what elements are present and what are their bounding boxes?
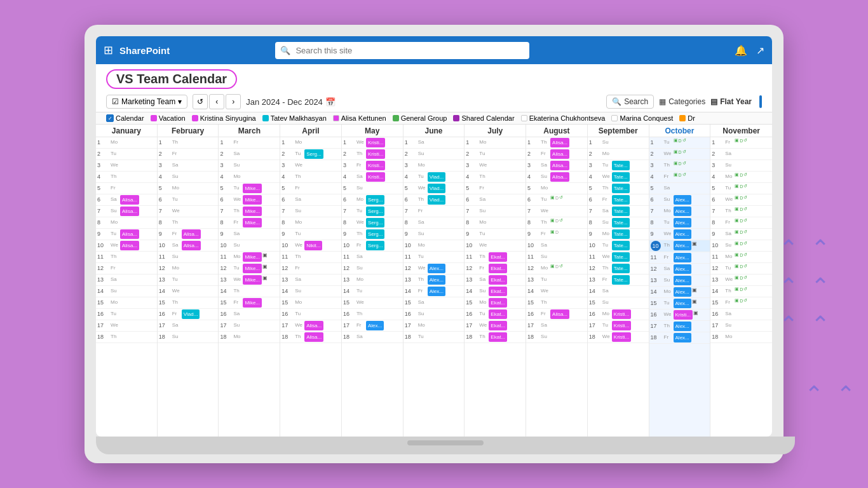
- event-chip[interactable]: Alisa...: [120, 207, 139, 216]
- event-chip[interactable]: Nikit...: [304, 241, 322, 250]
- event-chip[interactable]: Tate...: [612, 229, 630, 239]
- event-chip[interactable]: Tate...: [612, 264, 630, 273]
- event-chip[interactable]: Serg...: [304, 149, 323, 159]
- event-chip[interactable]: Tate...: [612, 172, 630, 182]
- event-chip[interactable]: Alisa...: [182, 229, 201, 239]
- event-chip[interactable]: Serg...: [366, 229, 385, 239]
- event-chip[interactable]: Alex...: [674, 195, 691, 205]
- event-chip[interactable]: Vlad...: [428, 195, 446, 205]
- month-days-jul: 1Mo 2Tu 3We 4Th 5Fr 6Sa 7Su 8Mo 9Tu 10We…: [465, 137, 526, 437]
- event-chip[interactable]: Kristi...: [612, 321, 631, 330]
- event-chip[interactable]: Alex...: [674, 322, 691, 331]
- event-chip[interactable]: Alex...: [674, 287, 691, 297]
- month-header-oct: October: [649, 125, 710, 137]
- event-chip[interactable]: Alisa...: [304, 321, 323, 330]
- categories-button[interactable]: ▦ Categories: [659, 97, 705, 106]
- event-chip[interactable]: Vlad...: [182, 309, 200, 319]
- day-row: 6SuAlex...: [649, 194, 710, 206]
- day-row: 4SuAlisa...: [526, 172, 587, 183]
- event-chip[interactable]: Mike...: [243, 252, 262, 262]
- event-chip[interactable]: Mike...: [243, 195, 262, 205]
- event-chip[interactable]: Kristi...: [366, 138, 385, 147]
- event-chip[interactable]: Alex...: [428, 287, 445, 296]
- event-chip[interactable]: Tate...: [612, 275, 630, 285]
- event-chip[interactable]: Kristi...: [366, 161, 385, 170]
- event-chip[interactable]: Vlad...: [428, 184, 446, 193]
- month-header-apr: April: [280, 125, 341, 137]
- event-chip[interactable]: Tate...: [612, 241, 630, 250]
- event-chip[interactable]: Mike...: [243, 184, 262, 193]
- event-chip[interactable]: Alisa...: [550, 161, 569, 170]
- cal-search-box[interactable]: 🔍 Search: [606, 95, 654, 109]
- search-input[interactable]: [275, 42, 529, 59]
- event-chip[interactable]: Tate...: [612, 252, 630, 262]
- event-chip[interactable]: Mike...: [243, 275, 262, 285]
- event-chip[interactable]: Serg...: [366, 241, 385, 250]
- event-chip[interactable]: Alisa...: [550, 309, 569, 319]
- event-chip[interactable]: Alex...: [674, 229, 691, 239]
- event-chip[interactable]: Mike...: [243, 264, 262, 273]
- event-chip[interactable]: Tate...: [612, 161, 630, 170]
- event-chip[interactable]: Alisa...: [550, 138, 569, 147]
- event-chip[interactable]: Kristi...: [674, 310, 693, 320]
- event-chip[interactable]: Tate...: [612, 184, 630, 193]
- event-chip[interactable]: Alisa...: [120, 241, 139, 250]
- event-chip[interactable]: Mike...: [243, 218, 262, 227]
- share-icon[interactable]: ↗: [756, 44, 764, 57]
- notification-icon[interactable]: 🔔: [735, 44, 747, 57]
- event-chip[interactable]: Kristi...: [366, 149, 385, 159]
- next-button[interactable]: ›: [226, 94, 241, 109]
- event-chip[interactable]: Ekat...: [489, 309, 507, 319]
- event-chip[interactable]: Serg...: [366, 218, 385, 227]
- event-chip[interactable]: Vlad...: [428, 172, 446, 182]
- event-chip[interactable]: Alex...: [674, 218, 691, 227]
- event-chip[interactable]: Serg...: [366, 195, 385, 205]
- reload-button[interactable]: ↺: [193, 94, 208, 109]
- event-chip[interactable]: Ekat...: [489, 252, 507, 262]
- deco-arrow-3: ⌃: [811, 273, 830, 300]
- event-chip[interactable]: Ekat...: [489, 264, 507, 273]
- event-chip[interactable]: Tate...: [612, 195, 630, 205]
- waffle-icon[interactable]: ⊞: [104, 43, 113, 57]
- sidebar-toggle[interactable]: [759, 95, 762, 108]
- event-chip[interactable]: Ekat...: [489, 287, 507, 296]
- event-chip[interactable]: Alisa...: [182, 241, 201, 250]
- event-chip[interactable]: Alex...: [674, 276, 691, 285]
- event-chip[interactable]: Ekat...: [489, 321, 507, 330]
- event-chip[interactable]: Alisa...: [550, 149, 569, 159]
- event-chip[interactable]: Kristi...: [612, 309, 631, 319]
- day-row: 18ThEkat...: [465, 332, 526, 343]
- event-chip[interactable]: Alisa...: [120, 195, 139, 205]
- event-chip[interactable]: Tate...: [612, 218, 630, 227]
- event-chip[interactable]: Alex...: [428, 275, 445, 285]
- day-row: 8Th: [158, 217, 219, 229]
- day-row: 12FrEkat...: [465, 263, 526, 274]
- event-chip[interactable]: Ekat...: [489, 298, 507, 308]
- group-selector[interactable]: ☑ Marketing Team ▾: [106, 95, 187, 109]
- day-row: 9MoTate...: [588, 229, 649, 240]
- prev-button[interactable]: ‹: [209, 94, 224, 109]
- event-chip[interactable]: Mike...: [243, 298, 262, 308]
- event-chip[interactable]: Mike...: [243, 207, 262, 216]
- event-chip[interactable]: Alex...: [674, 264, 691, 274]
- event-chip[interactable]: Ekat...: [489, 332, 507, 342]
- event-chip[interactable]: Ekat...: [489, 275, 507, 285]
- event-chip[interactable]: Alisa...: [120, 229, 139, 239]
- event-chip[interactable]: Serg...: [366, 207, 385, 216]
- event-chip[interactable]: Alisa...: [304, 332, 323, 342]
- event-chip[interactable]: Tate...: [612, 207, 630, 216]
- event-chip[interactable]: Alex...: [674, 299, 691, 308]
- flat-year-button[interactable]: ▤ Flat Year: [710, 97, 752, 106]
- event-chip[interactable]: Kristi...: [612, 332, 631, 342]
- event-chip[interactable]: Alex...: [674, 253, 691, 262]
- day-row: 14FrAlex...: [403, 286, 465, 297]
- event-chip[interactable]: Alex...: [428, 264, 445, 273]
- event-chip[interactable]: Alex...: [674, 333, 691, 342]
- day-row: 12Tu▣D↺: [710, 263, 772, 274]
- event-chip[interactable]: Alex...: [674, 207, 691, 216]
- event-chip[interactable]: Kristi...: [366, 172, 385, 182]
- event-chip[interactable]: Alisa...: [550, 172, 569, 182]
- event-chip[interactable]: Alex...: [366, 321, 384, 330]
- calendar-checkbox[interactable]: ✓: [106, 114, 114, 122]
- event-chip[interactable]: Alex...: [674, 241, 691, 250]
